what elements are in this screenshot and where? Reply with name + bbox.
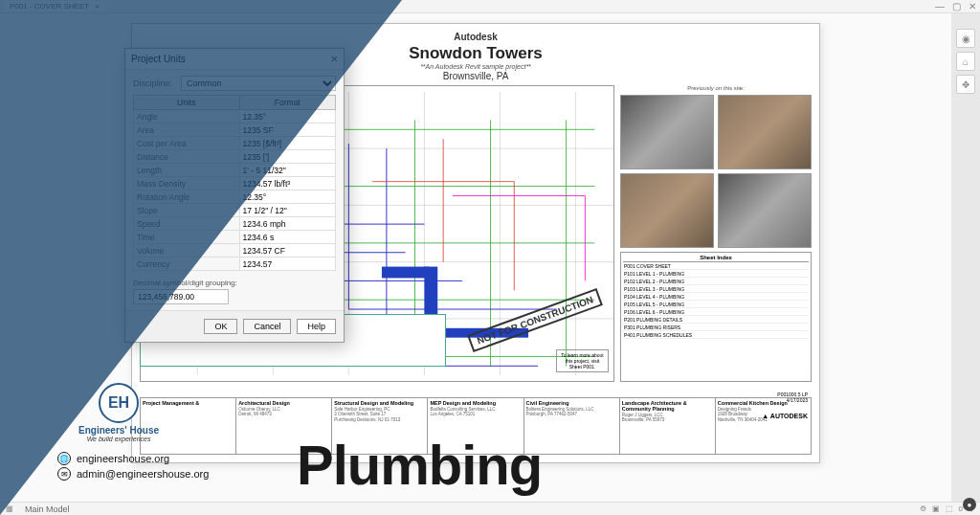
sheet-index-row: P104 LEVEL 4 - PLUMBING <box>623 293 809 301</box>
titleblock-code: P001000.5 LP 4/17/2023 <box>777 392 808 403</box>
minimize-icon[interactable]: — <box>935 1 945 11</box>
sheet-index-row: P106 LEVEL 6 - PLUMBING <box>623 308 809 316</box>
titleblock-cell: Landscape Architecture & Community Plann… <box>620 398 716 454</box>
historic-photo-3 <box>620 173 714 248</box>
navigation-wheel-icon[interactable]: ◉ <box>956 29 975 48</box>
cell-title: Civil Engineering <box>526 400 617 406</box>
contact-block: 🌐 engineershouse.org ✉ admin@engineersho… <box>57 452 209 482</box>
learn-more-note: To learn more about this project, visit … <box>556 349 609 372</box>
home-view-icon[interactable]: ⌂ <box>956 52 975 71</box>
sheet-index-row: P301 PLUMBING RISERS <box>623 324 809 331</box>
autodesk-logo: ▲ AUTODESK <box>762 413 808 419</box>
photo-caption: Previously on this site: <box>620 85 812 91</box>
sheet-index-row: P001 COVER SHEET <box>623 262 809 270</box>
overlay-triangle <box>0 0 402 515</box>
logo-block: EH Engineers' House We build experiences <box>78 383 159 442</box>
sheet-index-row: P401 PLUMBING SCHEDULES <box>623 331 809 339</box>
sheet-side-column: Previously on this site: Sheet Index P00… <box>620 85 812 382</box>
titleblock-cell: Commercial Kitchen DesignDesigning Frand… <box>716 398 811 454</box>
sheet-index-row: P102 LEVEL 2 - PLUMBING <box>623 278 809 285</box>
record-indicator-icon: ● <box>963 498 976 511</box>
sheet-index-title: Sheet Index <box>623 255 809 262</box>
maximize-icon[interactable]: ▢ <box>952 1 961 11</box>
cell-sub: Bodfella Consulting Services, LLCLos Ang… <box>430 407 521 417</box>
status-icon[interactable]: ⚙ <box>920 504 926 513</box>
email-row: ✉ admin@engineershouse.org <box>57 467 209 481</box>
status-icon-2[interactable]: ▣ <box>932 504 940 513</box>
email-text: admin@engineershouse.org <box>77 468 209 480</box>
sheet-index-row: P105 LEVEL 5 - PLUMBING <box>623 301 809 308</box>
historic-photo-1 <box>620 95 714 169</box>
sheet-index: Sheet Index P001 COVER SHEETP101 LEVEL 1… <box>620 252 812 382</box>
close-icon[interactable]: ✕ <box>969 1 976 11</box>
sheet-index-row: P101 LEVEL 1 - PLUMBING <box>623 270 809 278</box>
logo-icon: EH <box>99 383 139 423</box>
historic-photo-2 <box>718 95 812 169</box>
globe-icon: 🌐 <box>57 452 71 465</box>
window-controls: — ▢ ✕ <box>935 1 976 11</box>
cell-title: MEP Design and Modeling <box>430 400 521 406</box>
status-icon-3[interactable]: ⬚ <box>946 504 953 513</box>
historic-photo-4 <box>718 173 812 248</box>
sheet-index-row: P201 PLUMBING DETAILS <box>623 316 809 324</box>
view-toolbar: ◉ ⌂ ✥ <box>953 29 978 94</box>
sheet-index-row: P103 LEVEL 3 - PLUMBING <box>623 285 809 293</box>
mail-icon: ✉ <box>57 467 71 481</box>
cell-sub: Roger J Liggets, LCCBrownsville, PA 5597… <box>622 413 713 423</box>
logo-name: Engineers' House <box>78 425 159 436</box>
cell-sub: Bolitera Engineering Solutions, LLCPitts… <box>526 407 617 417</box>
cell-title: Landscape Architecture & Community Plann… <box>622 400 713 412</box>
website-text: engineershouse.org <box>77 453 169 464</box>
photo-grid <box>620 95 812 248</box>
website-row: 🌐 engineershouse.org <box>57 452 209 465</box>
logo-tagline: We build experiences <box>78 436 159 442</box>
pan-icon[interactable]: ✥ <box>956 75 975 94</box>
